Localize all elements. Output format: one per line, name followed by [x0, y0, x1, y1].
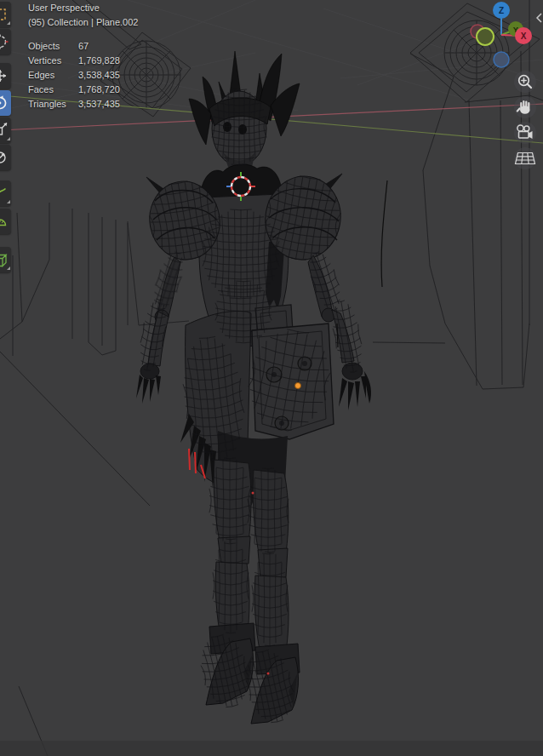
viewport-nav-buttons[interactable]: [514, 71, 536, 169]
scale-icon: [0, 117, 11, 143]
transform-icon: [0, 145, 11, 170]
measure-icon: [0, 209, 11, 234]
gizmo-axis-neg-y[interactable]: [477, 28, 494, 45]
gizmo-x-label: X: [521, 32, 527, 41]
viewport-scene: Y X Z: [0, 0, 543, 756]
zoom-button[interactable]: [514, 71, 536, 93]
view-mode-label: User Perspective: [28, 1, 138, 15]
sidebar-toggle-icon[interactable]: [537, 14, 541, 22]
tool-move[interactable]: [0, 63, 11, 89]
move-icon: [0, 63, 11, 89]
viewport-header: User Perspective (95) Collection | Plane…: [28, 1, 138, 30]
box-select-icon: [0, 9, 5, 20]
tool-shelf: [0, 0, 11, 289]
stat-row-edges: Edges 3,538,435: [28, 68, 120, 83]
stat-row-faces: Faces 1,768,720: [28, 83, 120, 97]
tool-select-box[interactable]: [0, 2, 11, 27]
red-mark-dot-boot: [267, 673, 270, 675]
origin-point[interactable]: [295, 383, 301, 389]
stat-row-vertices: Vertices 1,769,828: [28, 54, 120, 68]
gizmo-z-label: Z: [499, 6, 504, 15]
tool-rotate[interactable]: [0, 90, 11, 116]
pan-button[interactable]: [514, 96, 536, 118]
statistics-overlay: Objects 67 Vertices 1,769,828 Edges 3,53…: [28, 39, 120, 112]
tool-scale[interactable]: [0, 117, 11, 143]
tool-cursor[interactable]: [0, 29, 11, 54]
tool-measure[interactable]: [0, 209, 11, 234]
stat-row-triangles: Triangles 3,537,435: [28, 97, 120, 112]
eye-socket-right: [238, 124, 247, 135]
stat-row-objects: Objects 67: [28, 39, 120, 54]
gizmo-axis-neg-z[interactable]: [494, 52, 509, 67]
tool-transform[interactable]: [0, 145, 11, 170]
blender-3d-viewport: Y X Z: [0, 0, 543, 756]
character-wireframe[interactable]: [136, 51, 387, 726]
tool-add-cube[interactable]: [0, 247, 11, 272]
projection-button[interactable]: [514, 147, 536, 169]
bottom-editor-strip: [0, 741, 543, 756]
red-mark-dot: [252, 492, 254, 495]
breadcrumb: (95) Collection | Plane.002: [28, 15, 138, 30]
cursor-icon: [0, 29, 11, 54]
rotate-icon: [0, 90, 11, 116]
navigation-gizmo[interactable]: Y X Z: [471, 2, 532, 67]
camera-view-button[interactable]: [514, 122, 536, 144]
tool-annotate[interactable]: [0, 180, 11, 206]
add-cube-icon: [0, 247, 11, 272]
annotate-icon: [0, 180, 11, 206]
